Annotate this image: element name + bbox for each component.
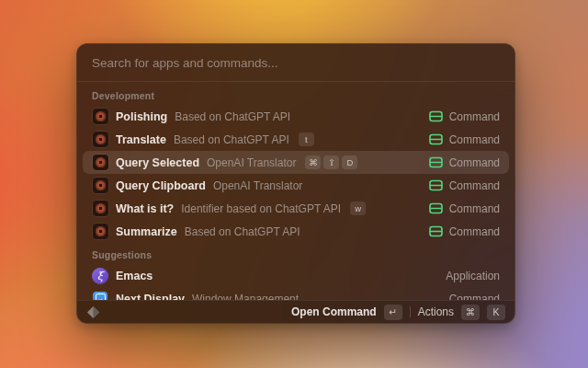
item-right: Command	[429, 110, 500, 123]
item-icon-slot	[92, 201, 108, 216]
command-icon	[429, 110, 443, 122]
section-title: Suggestions	[83, 243, 509, 264]
item-subtitle: Based on ChatGPT API	[185, 225, 300, 238]
item-type-label: Command	[449, 179, 500, 192]
cmd-key-badge: ⌘	[461, 305, 480, 320]
footer-bar: Open Command ↵ Actions ⌘ K	[77, 300, 514, 323]
item-title: Polishing	[116, 110, 167, 123]
actions-button[interactable]: Actions	[418, 305, 454, 318]
list-item[interactable]: → Next Display Window Management Command	[83, 287, 509, 300]
command-icon	[429, 133, 443, 145]
item-title: Query Selected	[116, 156, 199, 169]
item-right: Command	[429, 133, 500, 146]
list-item[interactable]: Query Clipboard OpenAI Translator Comman…	[83, 174, 509, 197]
item-type-label: Command	[449, 110, 500, 123]
item-type-label: Command	[449, 225, 500, 238]
openai-translator-icon	[93, 132, 108, 147]
item-subtitle: OpenAI Translator	[213, 179, 302, 192]
open-command-button[interactable]: Open Command	[291, 305, 377, 318]
item-right: Command	[429, 179, 500, 192]
list-item[interactable]: Summarize Based on ChatGPT API Command	[83, 220, 509, 243]
shortcut-key-badge: ⇧	[323, 155, 339, 169]
item-icon-slot: →	[92, 292, 108, 301]
item-title: Summarize	[116, 225, 177, 238]
enter-key-badge: ↵	[384, 305, 402, 320]
section-items: Polishing Based on ChatGPT API Command T…	[83, 105, 509, 243]
emacs-icon: ξ	[92, 268, 108, 284]
list-item[interactable]: Polishing Based on ChatGPT API Command	[83, 105, 509, 128]
search-bar	[77, 44, 514, 82]
command-icon	[429, 156, 443, 168]
item-shortcuts: w	[350, 201, 366, 215]
item-icon-slot	[92, 109, 108, 124]
item-icon-slot	[92, 224, 108, 239]
item-shortcuts: ⌘⇧D	[305, 155, 357, 169]
openai-translator-icon	[93, 178, 108, 193]
list-section: Suggestions ξ Emacs Application → Next D…	[83, 243, 509, 300]
command-icon	[429, 225, 443, 237]
item-icon-slot	[92, 155, 108, 170]
item-right: Command	[429, 202, 500, 215]
section-items: ξ Emacs Application → Next Display Windo…	[83, 264, 509, 300]
section-title: Development	[83, 84, 509, 105]
item-type-icon-slot	[429, 156, 443, 168]
item-right: Command	[429, 225, 500, 238]
openai-translator-icon	[93, 201, 108, 216]
item-title: Translate	[116, 133, 166, 146]
arrow-glyph: →	[96, 293, 106, 300]
item-title: Next Display	[116, 293, 185, 301]
item-title: Query Clipboard	[116, 179, 206, 192]
item-icon-slot	[92, 132, 108, 147]
shortcut-key-badge: t	[299, 132, 314, 146]
shortcut-key-badge: w	[350, 201, 366, 215]
footer-divider	[410, 306, 411, 317]
item-icon-slot: ξ	[92, 268, 108, 284]
openai-translator-icon	[93, 155, 108, 170]
item-type-label: Application	[446, 270, 500, 282]
item-title: Emacs	[116, 270, 153, 282]
item-type-icon-slot	[429, 133, 443, 145]
command-icon	[429, 202, 443, 214]
item-right: Command	[429, 156, 500, 169]
item-type-label: Command	[449, 156, 500, 169]
item-type-icon-slot	[429, 179, 443, 191]
item-shortcuts: t	[299, 132, 314, 146]
item-subtitle: Window Management	[192, 293, 299, 301]
shortcut-key-badge: D	[342, 155, 357, 169]
item-type-label: Command	[449, 293, 500, 301]
item-right: Command	[449, 293, 500, 301]
next-display-icon: →	[93, 292, 107, 301]
item-type-icon-slot	[429, 110, 443, 122]
item-type-label: Command	[449, 202, 500, 215]
item-subtitle: OpenAI Translator	[207, 156, 296, 169]
search-input[interactable]	[92, 56, 500, 70]
item-type-icon-slot	[429, 225, 443, 237]
item-right: Application	[446, 270, 500, 282]
k-key-badge: K	[487, 305, 505, 320]
item-title: What is it?	[116, 202, 174, 215]
openai-translator-icon	[93, 109, 108, 124]
list-item[interactable]: Translate Based on ChatGPT API t Command	[83, 128, 509, 151]
list-item[interactable]: What is it? Identifier based on ChatGPT …	[83, 197, 509, 220]
item-icon-slot	[92, 178, 108, 193]
launcher-window: Development Polishing Based on ChatGPT A…	[76, 43, 515, 324]
raycast-logo-icon	[86, 305, 100, 319]
item-type-icon-slot	[429, 202, 443, 214]
command-icon	[429, 179, 443, 191]
item-subtitle: Based on ChatGPT API	[174, 133, 289, 146]
openai-translator-icon	[93, 224, 108, 239]
list-item[interactable]: ξ Emacs Application	[83, 264, 509, 287]
results-list: Development Polishing Based on ChatGPT A…	[77, 82, 514, 300]
shortcut-key-badge: ⌘	[305, 155, 321, 169]
item-type-label: Command	[449, 133, 500, 146]
list-section: Development Polishing Based on ChatGPT A…	[83, 84, 509, 243]
item-subtitle: Based on ChatGPT API	[175, 110, 290, 123]
list-item[interactable]: Query Selected OpenAI Translator ⌘⇧D Com…	[83, 151, 509, 174]
item-subtitle: Identifier based on ChatGPT API	[181, 202, 341, 215]
